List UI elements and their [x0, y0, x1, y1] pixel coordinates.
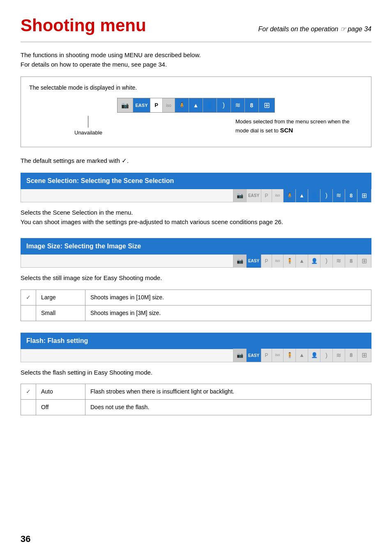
row-name-large: Large	[36, 289, 85, 305]
section-scene-selection: Scene Selection: Selecting the Scene Sel…	[21, 173, 371, 227]
mode-person: 🧍	[175, 98, 189, 112]
mode-wave: ≋	[231, 98, 245, 112]
table-row: Off Does not use the flash.	[21, 400, 371, 415]
section-flash-header: Flash: Flash setting	[21, 333, 371, 349]
smb-wave: ≋	[332, 189, 345, 202]
smb-iso: iso	[272, 189, 283, 202]
page-header: Shooting menu For details on the operati…	[21, 12, 371, 42]
smb2-camera: 📷	[233, 255, 246, 268]
imagesize-mode-bar: 📷 EASY P iso 🧍 ▲ 👤 ) ≋ 8 ⊞	[21, 255, 371, 268]
mode-grid: ⊞	[259, 98, 274, 112]
unavailable-label: Unavailable	[74, 129, 102, 137]
unavailable-label-group: Unavailable	[74, 116, 102, 137]
smb3-p: P	[261, 349, 272, 362]
section-imagesize-header: Image Size: Selecting the Image Size	[21, 238, 371, 255]
page-title: Shooting menu	[21, 12, 146, 38]
scn-word: SCN	[280, 127, 293, 134]
page-number: 36	[21, 532, 30, 546]
smb2-portrait: 👤	[308, 255, 320, 268]
mode-moon: )	[217, 98, 231, 112]
ref-page: page 34	[348, 25, 371, 32]
intro-line2: For details on how to operate the menu, …	[21, 60, 371, 69]
ref-text: For details on the operation	[258, 25, 338, 32]
ref-symbol: ☞	[340, 25, 348, 32]
info-box-text: The selectable mode is displayed in whit…	[29, 83, 363, 92]
scene-line2: You can shoot images with the settings p…	[21, 218, 371, 227]
row-desc-auto: Flash strobes when there is insufficient…	[85, 384, 371, 400]
intro-line1: The functions in shooting mode using MEN…	[21, 51, 371, 60]
row-name-off: Off	[36, 400, 85, 415]
scene-mode-bar: 📷 EASY P iso 🧍 ▲ 👤 ) ≋ 8 ⊞	[21, 189, 371, 202]
smb3-wave: ≋	[332, 349, 345, 362]
smb2-eight: 8	[345, 255, 357, 268]
table-row: ✓ Large Shoots images in [10M] size.	[21, 289, 371, 305]
mode-camera: 📷	[118, 98, 133, 112]
section-image-size: Image Size: Selecting the Image Size 📷 E…	[21, 238, 371, 321]
smb2-person: 🧍	[283, 255, 295, 268]
smb2-grid: ⊞	[357, 255, 371, 268]
imagesize-body: Selects the still image size for Easy Sh…	[21, 273, 371, 283]
flash-mode-bar: 📷 EASY P iso 🧍 ▲ 👤 ) ≋ 8 ⊞	[21, 349, 371, 362]
section-scene-header: Scene Selection: Selecting the Scene Sel…	[21, 173, 371, 189]
info-box: The selectable mode is displayed in whit…	[21, 76, 371, 147]
smb3-mountain: ▲	[295, 349, 308, 362]
smb-portrait: 👤	[308, 189, 320, 202]
imagesize-line1: Selects the still image size for Easy Sh…	[21, 273, 371, 283]
smb3-camera: 📷	[233, 349, 246, 362]
row-check-auto: ✓	[21, 384, 36, 400]
mode-eight: 8	[245, 98, 259, 112]
table-row: ✓ Auto Flash strobes when there is insuf…	[21, 384, 371, 400]
page-reference: For details on the operation ☞ page 34	[258, 24, 371, 34]
smb2-iso: iso	[272, 255, 283, 268]
mode-iso: iso	[163, 98, 175, 112]
table-row: Small Shoots images in [3M] size.	[21, 305, 371, 321]
smb3-person: 🧍	[283, 349, 295, 362]
smb2-easy: EASY	[246, 255, 261, 268]
smb3-easy: EASY	[246, 349, 261, 362]
row-check-off	[21, 400, 36, 415]
unavailable-arrow	[88, 116, 88, 127]
scene-line1: Selects the Scene Selection in the menu.	[21, 208, 371, 218]
smb-person: 🧍	[283, 189, 295, 202]
default-note: The default settings are marked with ✓.	[21, 156, 371, 166]
mode-portrait: 👤	[203, 98, 217, 112]
section-flash: Flash: Flash setting 📷 EASY P iso 🧍 ▲ 👤 …	[21, 333, 371, 416]
smb-eight: 8	[345, 189, 357, 202]
scn-label: Modes selected from the menu screen when…	[235, 118, 359, 135]
smb-moon: )	[320, 189, 332, 202]
smb3-grid: ⊞	[357, 349, 371, 362]
smb-p: P	[261, 189, 272, 202]
mode-easy: EASY	[133, 98, 150, 112]
flash-table: ✓ Auto Flash strobes when there is insuf…	[21, 384, 371, 415]
flash-body: Selects the flash setting in Easy Shooti…	[21, 368, 371, 377]
row-desc-small: Shoots images in [3M] size.	[85, 305, 371, 321]
row-name-auto: Auto	[36, 384, 85, 400]
row-name-small: Small	[36, 305, 85, 321]
mode-mountain: ▲	[189, 98, 203, 112]
smb-grid: ⊞	[357, 189, 371, 202]
imagesize-table: ✓ Large Shoots images in [10M] size. Sma…	[21, 289, 371, 321]
smb3-portrait: 👤	[308, 349, 320, 362]
scene-body: Selects the Scene Selection in the menu.…	[21, 208, 371, 227]
row-check-small	[21, 305, 36, 321]
smb3-eight: 8	[345, 349, 357, 362]
smb3-moon: )	[320, 349, 332, 362]
flash-line1: Selects the flash setting in Easy Shooti…	[21, 368, 371, 377]
smb2-p: P	[261, 255, 272, 268]
smb2-wave: ≋	[332, 255, 345, 268]
intro-text: The functions in shooting mode using MEN…	[21, 51, 371, 69]
smb-mountain: ▲	[295, 189, 308, 202]
smb2-mountain: ▲	[295, 255, 308, 268]
mode-p: P	[150, 98, 163, 112]
smb2-moon: )	[320, 255, 332, 268]
smb-easy: EASY	[246, 189, 261, 202]
row-check-large: ✓	[21, 289, 36, 305]
smb3-iso: iso	[272, 349, 283, 362]
smb-camera: 📷	[233, 189, 246, 202]
row-desc-off: Does not use the flash.	[85, 400, 371, 415]
row-desc-large: Shoots images in [10M] size.	[85, 289, 371, 305]
